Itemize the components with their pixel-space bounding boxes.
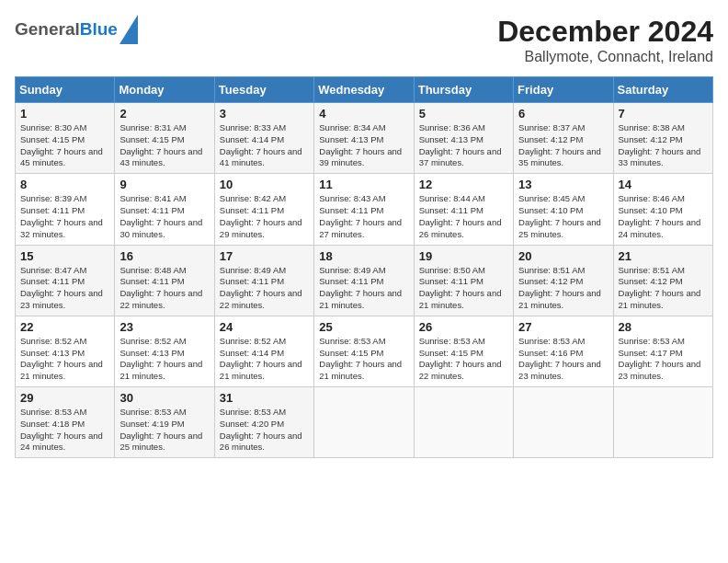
daylight: Daylight: 7 hours and 43 minutes.	[119, 146, 202, 168]
day-number: 5	[419, 107, 508, 121]
day-info: Sunrise: 8:44 AM Sunset: 4:11 PM Dayligh…	[419, 193, 508, 240]
day-number: 15	[20, 249, 109, 263]
day-number: 11	[319, 178, 408, 191]
calendar-cell: 14 Sunrise: 8:46 AM Sunset: 4:10 PM Dayl…	[613, 174, 712, 245]
sunrise: Sunrise: 8:52 AM	[220, 336, 286, 346]
calendar-cell: 8 Sunrise: 8:39 AM Sunset: 4:11 PM Dayli…	[16, 174, 115, 245]
calendar-cell: 28 Sunrise: 8:53 AM Sunset: 4:17 PM Dayl…	[613, 316, 712, 386]
day-info: Sunrise: 8:33 AM Sunset: 4:14 PM Dayligh…	[220, 122, 309, 169]
sunrise: Sunrise: 8:49 AM	[220, 265, 286, 275]
calendar-cell: 23 Sunrise: 8:52 AM Sunset: 4:13 PM Dayl…	[115, 316, 214, 386]
day-number: 30	[119, 391, 209, 405]
logo-text: GeneralBlue	[15, 20, 118, 40]
day-info: Sunrise: 8:39 AM Sunset: 4:11 PM Dayligh…	[20, 193, 109, 240]
calendar-cell: 15 Sunrise: 8:47 AM Sunset: 4:11 PM Dayl…	[16, 245, 115, 316]
day-number: 24	[220, 320, 309, 334]
sunset: Sunset: 4:12 PM	[518, 276, 583, 286]
calendar-cell: 1 Sunrise: 8:30 AM Sunset: 4:15 PM Dayli…	[16, 103, 115, 174]
day-number: 14	[619, 178, 708, 191]
sunrise: Sunrise: 8:53 AM	[20, 407, 86, 417]
daylight: Daylight: 7 hours and 21 minutes.	[20, 359, 103, 381]
sunset: Sunset: 4:13 PM	[20, 348, 85, 358]
day-of-week-header: Wednesday	[314, 77, 414, 103]
calendar-cell: 22 Sunrise: 8:52 AM Sunset: 4:13 PM Dayl…	[16, 316, 115, 386]
day-number: 18	[319, 249, 408, 263]
day-info: Sunrise: 8:53 AM Sunset: 4:17 PM Dayligh…	[619, 336, 708, 383]
calendar-cell: 20 Sunrise: 8:51 AM Sunset: 4:12 PM Dayl…	[514, 245, 613, 316]
sunset: Sunset: 4:15 PM	[419, 348, 483, 358]
sunrise: Sunrise: 8:37 AM	[518, 122, 585, 132]
sunrise: Sunrise: 8:51 AM	[619, 265, 685, 275]
sunrise: Sunrise: 8:30 AM	[20, 122, 86, 132]
day-info: Sunrise: 8:30 AM Sunset: 4:15 PM Dayligh…	[20, 122, 109, 169]
sunrise: Sunrise: 8:52 AM	[20, 336, 86, 346]
day-info: Sunrise: 8:51 AM Sunset: 4:12 PM Dayligh…	[518, 265, 608, 312]
day-number: 7	[619, 107, 708, 121]
daylight: Daylight: 7 hours and 22 minutes.	[220, 288, 302, 310]
daylight: Daylight: 7 hours and 22 minutes.	[419, 359, 502, 381]
sunrise: Sunrise: 8:53 AM	[518, 336, 585, 346]
day-info: Sunrise: 8:37 AM Sunset: 4:12 PM Dayligh…	[518, 122, 608, 169]
sunset: Sunset: 4:15 PM	[20, 134, 85, 144]
day-info: Sunrise: 8:41 AM Sunset: 4:11 PM Dayligh…	[119, 193, 209, 240]
sunset: Sunset: 4:11 PM	[419, 276, 483, 286]
sunset: Sunset: 4:10 PM	[518, 205, 583, 215]
day-info: Sunrise: 8:46 AM Sunset: 4:10 PM Dayligh…	[619, 193, 708, 240]
sunrise: Sunrise: 8:43 AM	[319, 193, 385, 203]
sunset: Sunset: 4:11 PM	[319, 276, 383, 286]
day-of-week-header: Thursday	[414, 77, 513, 103]
calendar-cell: 29 Sunrise: 8:53 AM Sunset: 4:18 PM Dayl…	[16, 387, 115, 458]
sunset: Sunset: 4:20 PM	[220, 419, 284, 429]
daylight: Daylight: 7 hours and 21 minutes.	[220, 359, 302, 381]
sunset: Sunset: 4:11 PM	[119, 205, 184, 215]
daylight: Daylight: 7 hours and 29 minutes.	[220, 217, 302, 239]
sunset: Sunset: 4:11 PM	[20, 205, 85, 215]
calendar-cell: 25 Sunrise: 8:53 AM Sunset: 4:15 PM Dayl…	[314, 316, 414, 386]
sunrise: Sunrise: 8:48 AM	[119, 265, 186, 275]
sunrise: Sunrise: 8:47 AM	[20, 265, 86, 275]
day-number: 10	[220, 178, 309, 191]
daylight: Daylight: 7 hours and 25 minutes.	[119, 431, 202, 453]
day-number: 4	[319, 107, 408, 121]
sunset: Sunset: 4:18 PM	[20, 419, 85, 429]
day-number: 23	[119, 320, 209, 334]
daylight: Daylight: 7 hours and 26 minutes.	[419, 217, 502, 239]
calendar-cell: 24 Sunrise: 8:52 AM Sunset: 4:14 PM Dayl…	[214, 316, 313, 386]
daylight: Daylight: 7 hours and 37 minutes.	[419, 146, 502, 168]
day-info: Sunrise: 8:48 AM Sunset: 4:11 PM Dayligh…	[119, 265, 209, 312]
day-of-week-header: Sunday	[16, 77, 115, 103]
page-header: GeneralBlue December 2024 Ballymote, Con…	[15, 15, 713, 65]
calendar-cell: 13 Sunrise: 8:45 AM Sunset: 4:10 PM Dayl…	[514, 174, 613, 245]
day-number: 19	[419, 249, 508, 263]
sunrise: Sunrise: 8:49 AM	[319, 265, 385, 275]
daylight: Daylight: 7 hours and 35 minutes.	[518, 146, 601, 168]
daylight: Daylight: 7 hours and 30 minutes.	[119, 217, 202, 239]
day-number: 22	[20, 320, 109, 334]
day-info: Sunrise: 8:52 AM Sunset: 4:14 PM Dayligh…	[220, 336, 309, 383]
sunset: Sunset: 4:12 PM	[619, 134, 683, 144]
day-info: Sunrise: 8:53 AM Sunset: 4:15 PM Dayligh…	[419, 336, 508, 383]
day-number: 13	[518, 178, 608, 191]
sunrise: Sunrise: 8:53 AM	[119, 407, 186, 417]
page-subtitle: Ballymote, Connacht, Ireland	[497, 49, 713, 65]
day-info: Sunrise: 8:50 AM Sunset: 4:11 PM Dayligh…	[419, 265, 508, 312]
day-number: 26	[419, 320, 508, 334]
day-of-week-header: Tuesday	[214, 77, 313, 103]
daylight: Daylight: 7 hours and 26 minutes.	[220, 431, 302, 453]
day-info: Sunrise: 8:49 AM Sunset: 4:11 PM Dayligh…	[319, 265, 408, 312]
calendar-cell: 2 Sunrise: 8:31 AM Sunset: 4:15 PM Dayli…	[115, 103, 214, 174]
day-info: Sunrise: 8:42 AM Sunset: 4:11 PM Dayligh…	[220, 193, 309, 240]
sunset: Sunset: 4:15 PM	[319, 348, 383, 358]
sunset: Sunset: 4:13 PM	[419, 134, 483, 144]
daylight: Daylight: 7 hours and 23 minutes.	[518, 359, 601, 381]
day-info: Sunrise: 8:53 AM Sunset: 4:16 PM Dayligh…	[518, 336, 608, 383]
sunset: Sunset: 4:14 PM	[220, 348, 284, 358]
sunset: Sunset: 4:16 PM	[518, 348, 583, 358]
empty-cell	[314, 387, 414, 458]
logo: GeneralBlue	[15, 15, 138, 44]
day-number: 20	[518, 249, 608, 263]
empty-cell	[514, 387, 613, 458]
day-info: Sunrise: 8:43 AM Sunset: 4:11 PM Dayligh…	[319, 193, 408, 240]
sunset: Sunset: 4:19 PM	[119, 419, 184, 429]
sunrise: Sunrise: 8:36 AM	[419, 122, 485, 132]
